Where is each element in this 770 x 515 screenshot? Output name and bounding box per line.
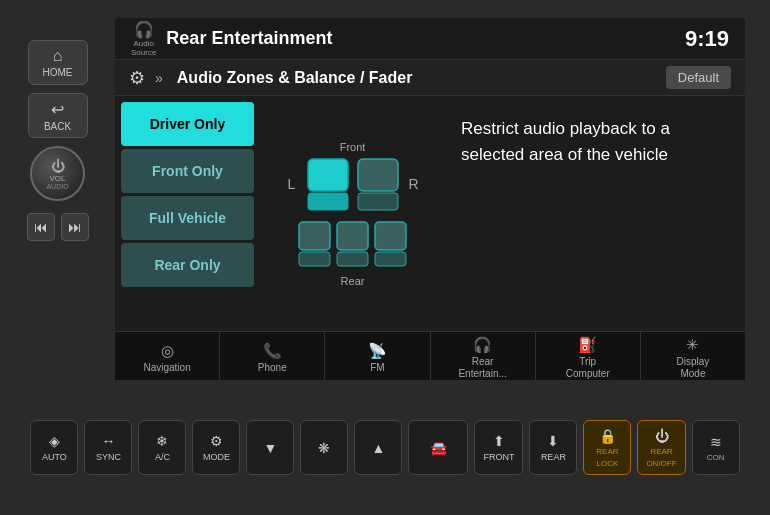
audio-label: AUDIO [46,183,68,190]
temp-down-button[interactable]: ▼ [246,420,294,475]
auto-icon: ◈ [49,433,60,449]
prev-button[interactable]: ⏮ [27,213,55,241]
nav-fm-label: FM [370,362,384,374]
auto-button[interactable]: ◈ AUTO [30,420,78,475]
sync-button[interactable]: ↔ SYNC [84,420,132,475]
svg-rect-6 [337,222,368,250]
nav-display-mode[interactable]: ✳ DisplayMode [641,332,745,383]
navigation-icon: ◎ [161,342,174,360]
front-icon: ⬆ [493,433,505,449]
arrows-icon: » [155,70,163,86]
zone-rear-only[interactable]: Rear Only [121,243,254,287]
nav-trip-computer[interactable]: ⛽ TripComputer [536,332,641,383]
lock-icon: 🔒 [599,428,616,444]
sub-header-title: Audio Zones & Balance / Fader [177,69,656,87]
mode-label: MODE [203,452,230,462]
vol-knob[interactable]: ⏻ VOL AUDIO [30,146,85,201]
car-frame: ⌂ HOME ↩ BACK ⏻ VOL AUDIO ⏮ ⏭ 🎧 Audio So… [0,0,770,515]
front-label: Front [340,141,366,153]
front-button[interactable]: ⬆ FRONT [474,420,523,475]
sync-label: SYNC [96,452,121,462]
temp-up-button[interactable]: ▲ [354,420,402,475]
ac-label: A/C [155,452,170,462]
sub-header: ⚙ » Audio Zones & Balance / Fader Defaul… [115,60,745,96]
svg-rect-5 [299,252,330,266]
rear-temp-button[interactable]: ⬇ REAR [529,420,577,475]
passenger-seat [356,157,400,212]
nav-rear-entertainment[interactable]: 🎧 RearEntertain... [431,332,536,383]
zone-driver-only[interactable]: Driver Only [121,102,254,146]
mid-center-seat [335,220,370,268]
rear-on-off-button[interactable]: ⏻ REAR ON/OFF [637,420,685,475]
con-icon: ≋ [710,434,722,450]
on-off-label: ON/OFF [646,459,676,468]
physical-buttons: ◈ AUTO ↔ SYNC ❄ A/C ⚙ MODE ▼ ❋ ▲ 🚘 ⬆ FRO… [0,380,770,515]
nav-phone-label: Phone [258,362,287,374]
defrost-icon: 🚘 [430,440,447,456]
content-area: Driver Only Front Only Full Vehicle Rear… [115,96,745,331]
mode-button[interactable]: ⚙ MODE [192,420,240,475]
ac-icon: ❄ [156,433,168,449]
fan-icon: ❋ [318,440,330,456]
audio-source-label: Audio [133,39,153,48]
svg-rect-1 [308,193,348,210]
nav-trip-label: TripComputer [566,356,610,380]
zone-full-vehicle[interactable]: Full Vehicle [121,196,254,240]
ac-button[interactable]: ❄ A/C [138,420,186,475]
rear-on-off-label: REAR [650,447,672,456]
header-title: Rear Entertainment [166,28,685,49]
down-icon: ▼ [263,440,277,456]
power-on-off-icon: ⏻ [655,428,669,444]
fm-icon: 📡 [368,342,387,360]
back-button[interactable]: ↩ BACK [28,93,88,138]
home-label: HOME [43,67,73,78]
nav-phone[interactable]: 📞 Phone [220,332,325,383]
mode-icon: ⚙ [210,433,223,449]
front-seat-row: L R [284,157,422,212]
svg-rect-7 [337,252,368,266]
left-label: L [284,176,300,192]
con-label: CON [707,453,725,462]
main-screen: 🎧 Audio Source Rear Entertainment 9:19 ⚙… [115,18,745,383]
svg-rect-0 [308,159,348,191]
rear-label: Rear [341,275,365,287]
audio-source-label2: Source [131,48,156,57]
svg-rect-8 [375,222,406,250]
rear-ent-icon: 🎧 [473,336,492,354]
nav-navigation[interactable]: ◎ Navigation [115,332,220,383]
right-label: R [406,176,422,192]
mid-left-seat [297,220,332,268]
seat-diagram: Front L R [260,96,445,331]
home-icon: ⌂ [53,47,63,65]
up-icon: ▲ [371,440,385,456]
power-icon: ⏻ [51,158,65,174]
driver-seat [306,157,350,212]
rear-icon: ⬇ [547,433,559,449]
left-controls: ⌂ HOME ↩ BACK ⏻ VOL AUDIO ⏮ ⏭ [0,30,115,370]
svg-rect-9 [375,252,406,266]
lock-label: LOCK [596,459,618,468]
home-button[interactable]: ⌂ HOME [28,40,88,85]
con-button[interactable]: ≋ CON [692,420,740,475]
auto-label: AUTO [42,452,67,462]
rear-lock-label: REAR [596,447,618,456]
nav-fm[interactable]: 📡 FM [325,332,430,383]
audio-source: 🎧 Audio Source [131,20,156,57]
header-bar: 🎧 Audio Source Rear Entertainment 9:19 [115,18,745,60]
fan-button[interactable]: ❋ [300,420,348,475]
display-mode-icon: ✳ [686,336,699,354]
skip-controls: ⏮ ⏭ [27,213,89,241]
default-button[interactable]: Default [666,66,731,89]
clock: 9:19 [685,26,729,52]
next-button[interactable]: ⏭ [61,213,89,241]
bottom-nav: ◎ Navigation 📞 Phone 📡 FM 🎧 RearEntertai… [115,331,745,383]
defrost-button[interactable]: 🚘 [408,420,468,475]
zone-front-only[interactable]: Front Only [121,149,254,193]
svg-rect-3 [358,193,398,210]
nav-navigation-label: Navigation [143,362,190,374]
middle-seat-row [278,220,427,268]
settings-icon: ⚙ [129,67,145,89]
nav-rear-ent-label: RearEntertain... [458,356,506,380]
rear-lock-button[interactable]: 🔒 REAR LOCK [583,420,631,475]
vol-label: VOL [49,174,65,183]
